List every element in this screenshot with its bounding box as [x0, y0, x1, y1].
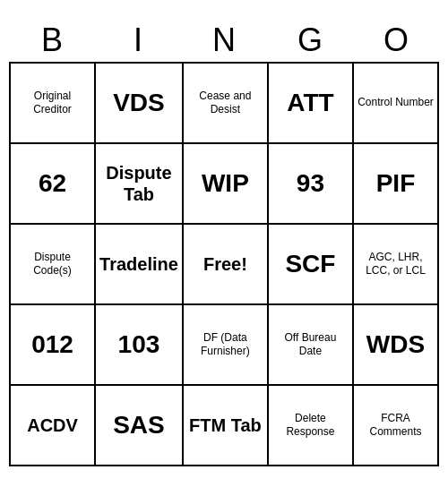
bingo-cell-r2-c0: Dispute Code(s)	[11, 225, 96, 305]
bingo-cell-r2-c3: SCF	[269, 225, 354, 305]
bingo-cell-r1-c1: Dispute Tab	[96, 144, 184, 225]
bingo-letter: I	[95, 21, 181, 59]
bingo-cell-r4-c4: FCRA Comments	[354, 386, 439, 466]
bingo-letter: N	[181, 21, 267, 59]
bingo-letter: G	[267, 21, 353, 59]
bingo-letter: O	[353, 21, 439, 59]
bingo-cell-r1-c3: 93	[269, 144, 354, 225]
bingo-letter: B	[9, 21, 95, 59]
bingo-cell-r3-c3: Off Bureau Date	[269, 305, 354, 386]
bingo-cell-r0-c4: Control Number	[354, 64, 439, 144]
bingo-cell-r3-c4: WDS	[354, 305, 439, 386]
bingo-card: BINGO Original CreditorVDSCease and Desi…	[9, 21, 439, 466]
bingo-cell-r3-c0: 012	[11, 305, 96, 386]
bingo-cell-r0-c0: Original Creditor	[11, 64, 96, 144]
bingo-cell-r0-c2: Cease and Desist	[184, 64, 269, 144]
bingo-cell-r4-c2: FTM Tab	[184, 386, 269, 466]
bingo-cell-r2-c4: AGC, LHR, LCC, or LCL	[354, 225, 439, 305]
bingo-grid: Original CreditorVDSCease and DesistATTC…	[9, 62, 439, 466]
bingo-cell-r2-c1: Tradeline	[96, 225, 184, 305]
bingo-cell-r1-c2: WIP	[184, 144, 269, 225]
bingo-cell-r0-c1: VDS	[96, 64, 184, 144]
bingo-cell-r3-c1: 103	[96, 305, 184, 386]
bingo-cell-r4-c1: SAS	[96, 386, 184, 466]
bingo-cell-r0-c3: ATT	[269, 64, 354, 144]
bingo-cell-r1-c0: 62	[11, 144, 96, 225]
bingo-cell-r2-c2: Free!	[184, 225, 269, 305]
bingo-cell-r3-c2: DF (Data Furnisher)	[184, 305, 269, 386]
bingo-cell-r4-c0: ACDV	[11, 386, 96, 466]
bingo-cell-r1-c4: PIF	[354, 144, 439, 225]
bingo-header: BINGO	[9, 21, 439, 59]
bingo-cell-r4-c3: Delete Response	[269, 386, 354, 466]
